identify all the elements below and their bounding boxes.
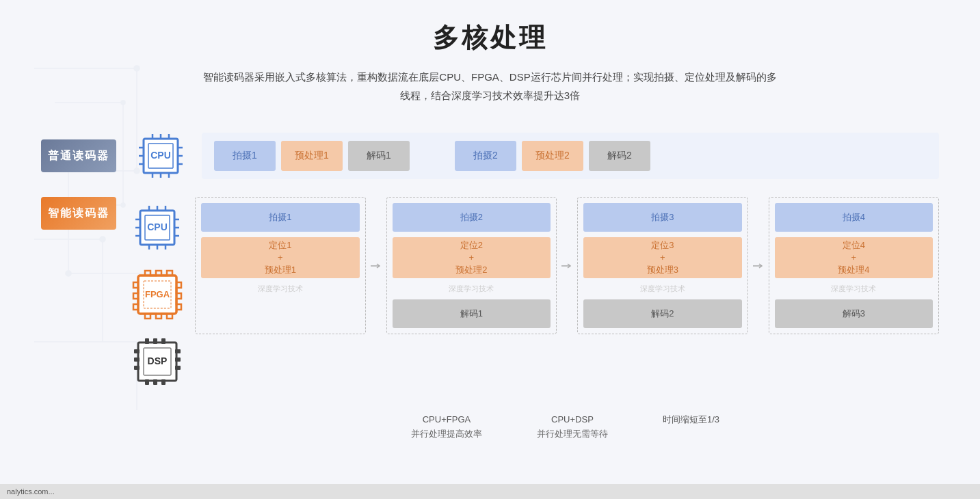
normal-preprocess1: 预处理1 bbox=[281, 141, 343, 171]
smart-col-2: 拍摄2 定位2+预处理2 深度学习技术 解码1 bbox=[386, 197, 557, 334]
svg-rect-59 bbox=[134, 349, 140, 353]
smart-dsp-empty1 bbox=[201, 299, 360, 306]
subtitle: 智能读码器采用嵌入式多核算法，重构数据流在底层CPU、FPGA、DSP运行芯片间… bbox=[41, 68, 939, 105]
svg-text:CPU: CPU bbox=[147, 221, 168, 232]
bottom-label-2: CPU+DSP 并行处理无需等待 bbox=[537, 413, 608, 442]
smart-reader-label: 智能读码器 bbox=[41, 197, 116, 230]
svg-rect-53 bbox=[145, 338, 149, 344]
smart-col-1: 拍摄1 定位1+预处理1 深度学习技术 bbox=[195, 197, 366, 334]
smart-fpga1: 定位1+预处理1 bbox=[201, 237, 360, 278]
svg-rect-58 bbox=[161, 379, 165, 385]
smart-capture4: 拍摄4 bbox=[775, 203, 933, 232]
status-bar-text: nalytics.com... bbox=[7, 487, 55, 496]
status-bar: nalytics.com... bbox=[0, 484, 980, 499]
arrow-3 bbox=[753, 260, 764, 271]
smart-reader-section: 智能读码器 bbox=[41, 197, 939, 389]
page-title: 多核处理 bbox=[41, 21, 939, 55]
smart-reader-label-col: 智能读码器 bbox=[41, 197, 116, 230]
smart-capture2: 拍摄2 bbox=[393, 203, 551, 232]
svg-rect-60 bbox=[134, 358, 140, 362]
smart-capture3: 拍摄3 bbox=[583, 203, 742, 232]
svg-rect-55 bbox=[161, 338, 165, 344]
svg-text:FPGA: FPGA bbox=[145, 289, 170, 299]
svg-rect-61 bbox=[134, 366, 140, 370]
smart-fpga-chip: FPGA bbox=[130, 267, 185, 322]
svg-text:DSP: DSP bbox=[148, 355, 168, 366]
svg-rect-56 bbox=[145, 379, 149, 385]
svg-text:CPU: CPU bbox=[150, 150, 171, 161]
normal-capture2: 拍摄2 bbox=[455, 141, 516, 171]
svg-rect-57 bbox=[153, 379, 157, 385]
smart-col-3: 拍摄3 定位3+预处理3 深度学习技术 解码2 bbox=[577, 197, 748, 334]
bottom-label-3: 时间缩短至1/3 bbox=[663, 413, 719, 442]
smart-columns-area: 拍摄1 定位1+预处理1 深度学习技术 拍摄2 bbox=[195, 197, 939, 334]
bottom-labels: CPU+FPGA 并行处理提高效率 CPU+DSP 并行处理无需等待 时间缩短至… bbox=[41, 413, 939, 442]
svg-rect-63 bbox=[175, 358, 181, 362]
svg-rect-54 bbox=[153, 338, 157, 344]
diagram: 普通读码器 bbox=[41, 129, 939, 442]
smart-decode3: 解码3 bbox=[775, 299, 933, 328]
normal-reader-row: 普通读码器 bbox=[41, 129, 939, 183]
arrow-1 bbox=[371, 260, 382, 271]
smart-fpga4: 定位4+预处理4 bbox=[775, 237, 933, 278]
smart-col-4: 拍摄4 定位4+预处理4 深度学习技术 解码3 bbox=[769, 197, 940, 334]
smart-dl-label3: 深度学习技术 bbox=[583, 284, 742, 294]
smart-capture1: 拍摄1 bbox=[201, 203, 360, 232]
svg-rect-64 bbox=[175, 366, 181, 370]
smart-dl-label4: 深度学习技术 bbox=[775, 284, 933, 294]
normal-cpu-chip: CPU bbox=[130, 129, 191, 183]
normal-preprocess2: 预处理2 bbox=[522, 141, 583, 171]
smart-dl-label2: 深度学习技术 bbox=[393, 284, 551, 294]
smart-fpga2: 定位2+预处理2 bbox=[393, 237, 551, 278]
normal-capture1: 拍摄1 bbox=[214, 141, 276, 171]
svg-rect-62 bbox=[175, 349, 181, 353]
smart-dsp-chip: DSP bbox=[130, 334, 185, 389]
smart-decode1: 解码1 bbox=[393, 299, 551, 328]
arrow-2 bbox=[561, 260, 572, 271]
normal-reader-label: 普通读码器 bbox=[41, 139, 116, 172]
bottom-label-1: CPU+FPGA 并行处理提高效率 bbox=[411, 413, 482, 442]
smart-cpu-chip: CPU bbox=[130, 200, 185, 255]
normal-decode1: 解码1 bbox=[348, 141, 410, 171]
smart-dl-label1: 深度学习技术 bbox=[201, 284, 360, 294]
smart-fpga3: 定位3+预处理3 bbox=[583, 237, 742, 278]
chips-column: CPU FPGA bbox=[130, 197, 185, 389]
normal-decode2: 解码2 bbox=[589, 141, 650, 171]
smart-decode2: 解码2 bbox=[583, 299, 742, 328]
